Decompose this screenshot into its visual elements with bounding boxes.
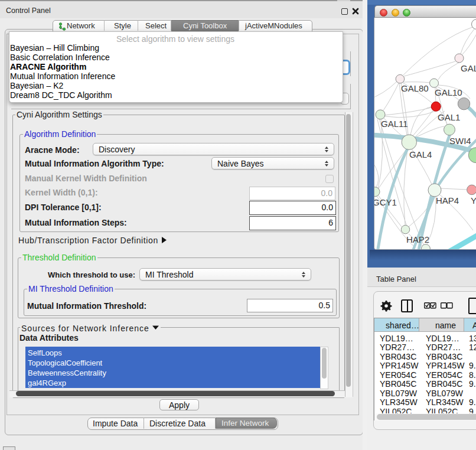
svg-text:GAL10: GAL10 bbox=[435, 87, 462, 97]
svg-text:GAL80: GAL80 bbox=[401, 83, 429, 93]
svg-text:HAP4: HAP4 bbox=[436, 195, 459, 206]
svg-text:GAL11: GAL11 bbox=[381, 119, 408, 129]
svg-text:HAP2: HAP2 bbox=[406, 234, 429, 244]
svg-text:GAL4: GAL4 bbox=[409, 149, 432, 159]
svg-text:SWI4: SWI4 bbox=[449, 136, 471, 146]
svg-text:GCY1: GCY1 bbox=[374, 197, 397, 207]
svg-text:YJ: YJ bbox=[471, 195, 476, 206]
svg-text:GAL7: GAL7 bbox=[461, 63, 476, 73]
svg-text:GAL1: GAL1 bbox=[438, 112, 460, 122]
